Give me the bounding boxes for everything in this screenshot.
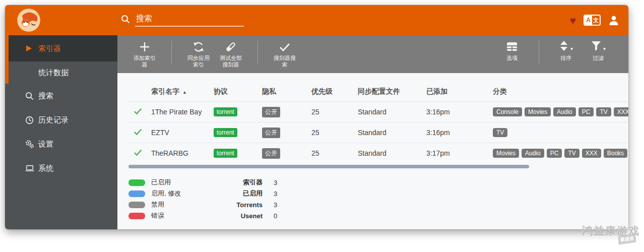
sidebar-item-indexers[interactable]: 索引器 [5,35,117,61]
enabled-check-icon [127,128,142,137]
stat-label: 索引器 [117,178,263,187]
button-label: 排序 [560,55,571,61]
sidebar-item-settings[interactable]: 设置 [5,132,117,156]
horizontal-scrollbar[interactable] [128,165,529,168]
stat-label: Torrents [117,201,263,209]
indexer-name[interactable]: EZTV [151,129,214,137]
translate-wen: 文 [592,16,600,25]
button-label: 添加索引器 [133,55,157,68]
sidebar-item-label: 系统 [38,164,53,173]
gears-icon [25,140,38,149]
translate-a: A [585,16,592,25]
toolbar-separator [171,41,172,64]
protocol-badge: torrent [214,128,237,137]
sidebar-item-label: 设置 [38,140,53,149]
table-row[interactable]: EZTV torrent 公开 25 Standard 3:16pm TV [127,122,628,143]
privacy-badge: 公开 [262,107,280,117]
stat-value: 3 [274,179,277,186]
button-label: 同步应用索引 [186,55,211,68]
toolbar-separator [539,41,539,64]
column-header-profile[interactable]: 同步配置文件 [358,87,426,96]
sort-button[interactable]: ▾ 排序 [550,40,582,61]
header-actions: ♥ A 文 [570,5,619,35]
heart-icon[interactable]: ♥ [570,15,576,26]
button-label: 测试全部搜刮器 [219,55,243,68]
sort-asc-icon: ▲ [182,90,187,95]
column-header-added[interactable]: 已添加 [426,87,493,96]
filter-icon [591,40,602,52]
sidebar-item-label: 搜索 [38,91,53,101]
indexer-stats: 索引器 3 已启用 3 Torrents 3 Usenet 0 [117,177,275,221]
stat-label: 已启用 [117,189,263,198]
app-header: ♥ A 文 [5,5,628,35]
button-label: 搜刮器搜索 [273,55,297,68]
test-all-indexers-button[interactable]: 测试全部搜刮器 [215,40,247,68]
sort-icon [559,40,569,52]
sidebar-active-group: 索引器 统计数据 [5,35,117,84]
category-badge: Books [604,149,627,158]
protocol-badge: torrent [214,107,237,116]
translate-icon[interactable]: A 文 [584,15,601,26]
sync-app-indexers-button[interactable]: 同步应用索引 [182,40,215,68]
column-header-name[interactable]: 索引名字▲ [151,87,214,96]
toolbar-separator [257,41,258,64]
user-icon[interactable] [608,15,619,26]
page-toolbar: 添加索引器 同步应用索引 [117,35,628,73]
category-badge: TV [493,128,507,137]
stat-label: Usenet [117,212,263,220]
add-indexer-button[interactable]: 添加索引器 [128,40,161,68]
sidebar-item-label: 历史记录 [38,115,69,125]
stat-row: Usenet 0 [117,210,275,221]
table-row[interactable]: TheRARBG torrent 公开 25 Standard 3:17pm M… [127,143,628,163]
category-badge: XXX [582,149,601,158]
category-badge: Console [493,107,522,116]
category-badge: Movies [525,107,551,116]
table-header-row: 索引名字▲ 协议 隐私 优先级 同步配置文件 已添加 分类 [127,82,628,101]
sync-icon [192,40,205,54]
enabled-check-icon [127,107,142,116]
sidebar-item-search[interactable]: 搜索 [5,84,117,108]
category-badge: Audio [553,107,576,116]
column-header-categories[interactable]: 分类 [493,87,628,96]
category-badge: Movies [493,149,519,158]
priority-value: 25 [311,129,358,137]
sidebar-item-statistics[interactable]: 统计数据 [5,61,117,84]
category-badges: ConsoleMoviesAudioPCTVXXX [493,107,628,116]
stat-value: 0 [274,212,277,220]
column-header-priority[interactable]: 优先级 [311,87,358,96]
added-value: 3:16pm [426,108,493,116]
enabled-check-icon [127,149,142,158]
indexer-search-button[interactable]: 搜刮器搜索 [269,40,301,68]
app-window: ♥ A 文 索引器 统计数据 [5,5,628,229]
profile-value: Standard [358,129,426,137]
priority-value: 25 [311,149,358,157]
category-badges: TV [493,128,628,137]
sidebar-item-system[interactable]: 系统 [5,156,117,180]
category-badge: Audio [522,149,544,158]
stat-row: Torrents 3 [117,199,275,210]
added-value: 3:16pm [426,129,493,137]
app-logo-mascot[interactable] [17,9,40,32]
privacy-badge: 公开 [262,128,280,138]
column-header-privacy[interactable]: 隐私 [262,87,311,96]
category-badge: XXX [614,107,628,116]
search-input[interactable] [135,13,244,27]
options-button[interactable]: 选项 [496,40,528,61]
table-row[interactable]: 1The Pirate Bay torrent 公开 25 Standard 3… [127,101,628,122]
sidebar-item-history[interactable]: 历史记录 [5,108,117,132]
stat-value: 3 [274,190,277,198]
filter-button[interactable]: ▾ 过滤 [582,40,614,61]
category-badge: PC [578,107,594,116]
sidebar: 索引器 统计数据 搜索 [5,35,117,229]
column-header-protocol[interactable]: 协议 [214,87,262,96]
profile-value: Standard [358,108,426,116]
indexer-name[interactable]: TheRARBG [151,149,214,157]
watermark-stamp: 聚超值 [618,234,636,245]
toolbar-right: 选项 ▾ 排序 [496,40,614,64]
privacy-badge: 公开 [262,148,280,159]
indexer-name[interactable]: 1The Pirate Bay [151,108,214,116]
main-content: 添加索引器 同步应用索引 [117,35,628,229]
check-icon [279,40,291,54]
indexer-table: 索引名字▲ 协议 隐私 优先级 同步配置文件 已添加 分类 1The Pirat… [127,82,628,163]
priority-value: 25 [311,108,358,116]
